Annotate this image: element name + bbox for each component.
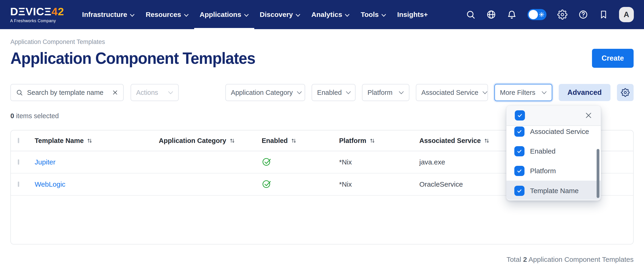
gear-icon (621, 88, 630, 97)
row-checkbox[interactable] (18, 159, 19, 165)
enabled-cell (262, 178, 339, 191)
select-all-columns-checkbox[interactable] (515, 110, 525, 121)
template-name-link[interactable]: Jupiter (35, 158, 159, 166)
sort-icon (484, 138, 490, 144)
selected-label: items selected (16, 112, 59, 120)
sort-icon (86, 138, 93, 144)
total-count: 2 (523, 255, 527, 263)
scrollbar-thumb[interactable] (596, 149, 600, 198)
chevron-down-icon (168, 91, 173, 94)
platform-filter[interactable]: Platform (362, 84, 410, 101)
chevron-down-icon (345, 11, 350, 19)
enabled-check-icon (262, 178, 272, 189)
search-icon (16, 89, 23, 96)
actions-dropdown[interactable]: Actions (130, 84, 179, 101)
nav-item-analytics[interactable]: Analytics (306, 0, 355, 29)
nav-item-tools[interactable]: Tools (355, 0, 392, 29)
check-icon (516, 168, 522, 174)
search-icon[interactable] (466, 10, 476, 20)
device42-logo[interactable]: DΞVICΞ42 A Freshworks Company (10, 6, 64, 23)
enabled-filter[interactable]: Enabled (312, 84, 356, 101)
chevron-down-icon (346, 91, 351, 94)
platform-cell: *Nix (339, 158, 419, 166)
check-icon (516, 148, 522, 154)
chevron-down-icon (482, 91, 488, 94)
chevron-down-icon (244, 11, 249, 19)
menu-item-template-name[interactable]: Template Name (506, 181, 601, 200)
search-box (10, 84, 124, 101)
platform-cell: *Nix (339, 180, 419, 188)
check-icon (517, 112, 523, 118)
select-all-checkbox[interactable] (18, 138, 19, 143)
chevron-down-icon (382, 11, 386, 19)
chevron-down-icon (399, 91, 404, 94)
more-filters-dropdown[interactable]: More Filters (494, 84, 552, 101)
more-filters-menu-header (506, 105, 601, 126)
nav-item-discovery[interactable]: Discovery (254, 0, 306, 29)
toggle-knob (529, 10, 538, 19)
column-header-template-name[interactable]: Template Name (35, 137, 159, 145)
menu-item-platform[interactable]: Platform (506, 161, 601, 181)
application-category-filter[interactable]: Application Category (226, 84, 305, 101)
nav-item-infrastructure[interactable]: Infrastructure (76, 0, 140, 29)
column-header-enabled[interactable]: Enabled (262, 137, 339, 145)
selected-count: 0 (10, 112, 14, 120)
checkbox-checked[interactable] (514, 186, 524, 196)
chevron-down-icon (130, 11, 134, 19)
more-filters-menu: Associated Service Enabled Platform Temp… (506, 105, 601, 200)
clear-search-icon[interactable] (112, 90, 118, 96)
enabled-check-icon (262, 156, 272, 167)
avatar-letter: A (624, 10, 629, 19)
notifications-bell-icon[interactable] (507, 10, 517, 20)
navbar-actions: A (466, 7, 634, 22)
theme-toggle[interactable] (528, 9, 546, 20)
help-icon[interactable] (578, 10, 588, 20)
chevron-down-icon (184, 11, 188, 19)
check-icon (516, 129, 522, 135)
nav-item-applications[interactable]: Applications (194, 0, 254, 29)
close-icon[interactable] (584, 112, 592, 119)
filter-bar: Actions Application Category Enabled Pla… (10, 84, 634, 101)
table-settings-button[interactable] (617, 84, 634, 101)
chevron-down-icon (542, 91, 547, 94)
globe-icon[interactable] (486, 10, 496, 20)
page-title: Application Component Templates (10, 49, 255, 68)
checkbox-checked[interactable] (514, 166, 524, 176)
app-screen: DΞVICΞ42 A Freshworks Company Infrastruc… (0, 0, 644, 278)
check-icon (516, 188, 522, 194)
chevron-down-icon (297, 91, 302, 94)
total-count-text: Total 2 Application Component Templates (10, 255, 634, 263)
nav-item-resources[interactable]: Resources (140, 0, 194, 29)
sort-icon (369, 138, 376, 144)
template-name-link[interactable]: WebLogic (35, 180, 159, 188)
advanced-button[interactable]: Advanced (559, 84, 610, 101)
menu-item-enabled[interactable]: Enabled (506, 141, 601, 161)
more-filters-menu-list: Associated Service Enabled Platform Temp… (506, 126, 601, 200)
menu-item-associated-service[interactable]: Associated Service (506, 126, 601, 141)
column-header-platform[interactable]: Platform (339, 137, 419, 145)
main-nav: Infrastructure Resources Applications Di… (76, 0, 434, 29)
associated-service-filter[interactable]: Associated Service (416, 84, 488, 101)
top-navbar: DΞVICΞ42 A Freshworks Company Infrastruc… (0, 0, 644, 29)
create-button[interactable]: Create (592, 49, 634, 68)
row-checkbox[interactable] (18, 182, 19, 187)
logo-text: DΞVICΞ42 (10, 6, 64, 17)
nav-item-insights[interactable]: Insights+ (392, 0, 434, 29)
settings-gear-icon[interactable] (557, 10, 568, 20)
sort-icon (290, 138, 297, 144)
sun-icon (539, 12, 544, 18)
search-input[interactable] (27, 89, 108, 96)
checkbox-checked[interactable] (514, 146, 524, 156)
chevron-down-icon (296, 11, 300, 19)
column-header-application-category[interactable]: Application Category (159, 137, 262, 145)
logo-subtitle: A Freshworks Company (10, 19, 64, 23)
sort-icon (229, 138, 235, 144)
filter-dropdowns: Application Category Enabled Platform As… (226, 84, 634, 101)
user-avatar[interactable]: A (619, 7, 634, 22)
breadcrumb[interactable]: Application Component Templates (10, 29, 105, 46)
bookmark-icon[interactable] (599, 10, 608, 19)
enabled-cell (262, 156, 339, 168)
checkbox-checked[interactable] (514, 127, 524, 137)
